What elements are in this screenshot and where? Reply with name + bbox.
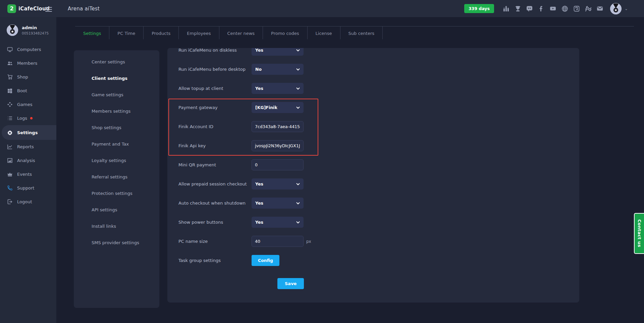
sidebar-item-reports[interactable]: Reports: [0, 140, 56, 154]
phone-icon: [7, 185, 13, 191]
avatar-chevron-down-icon[interactable]: ⌄: [625, 6, 628, 11]
logo-glyph: 2: [10, 5, 13, 12]
line-chart-icon: [7, 144, 13, 150]
mail-icon[interactable]: [596, 5, 604, 12]
submenu-referral-settings[interactable]: Referral settings: [74, 169, 159, 185]
mini-qr-payment-input[interactable]: [252, 159, 304, 170]
form-row-task-group-settings: Task group settings Config: [178, 251, 579, 270]
layers-icon[interactable]: [585, 5, 592, 12]
field-label: Run iCafeMenu on diskless: [178, 48, 252, 53]
chevron-down-icon: [296, 221, 300, 224]
submenu-shop-settings[interactable]: Shop settings: [74, 119, 159, 136]
monitor-icon: [7, 47, 13, 52]
field-label: Allow topup at client: [178, 86, 252, 91]
sidebar-item-logout[interactable]: Logout: [0, 195, 56, 209]
submenu-payment-and-tax[interactable]: Payment and Tax: [74, 136, 159, 152]
form-row-run-icafemenu-on-diskless: Run iCafeMenu on diskless Yes: [178, 48, 579, 60]
chevron-down-icon: [296, 68, 300, 71]
leaderboard-icon[interactable]: [502, 5, 510, 12]
sidebar-item-support[interactable]: Support: [0, 181, 56, 195]
chevron-down-icon: [296, 106, 300, 109]
contact-us-button[interactable]: Contact us: [634, 213, 644, 254]
sidebar-item-label: Logs: [17, 116, 27, 121]
icafecloud-icon[interactable]: [573, 5, 580, 12]
logs-icon: [7, 115, 13, 121]
sidebar-item-events[interactable]: Events: [0, 167, 56, 181]
pc-name-size-input[interactable]: [252, 236, 304, 247]
profile: admin 005193482475: [0, 17, 56, 36]
sidebar-item-label: Shop: [17, 74, 28, 79]
globe-icon[interactable]: [561, 5, 569, 12]
form-row-payment-gateway: Payment gateway [KG]Finik: [178, 98, 579, 117]
contact-us-label: Contact us: [637, 219, 642, 247]
user-avatar[interactable]: [610, 3, 622, 14]
sidebar-item-games[interactable]: Games: [0, 98, 56, 111]
submenu-protection-settings[interactable]: Protection settings: [74, 185, 159, 202]
sidebar-item-computers[interactable]: Computers: [0, 43, 56, 56]
field-label: Allow prepaid session checkout: [178, 181, 252, 186]
tab-settings[interactable]: Settings: [75, 26, 109, 39]
submenu-members-settings[interactable]: Members settings: [74, 103, 159, 119]
submenu-game-settings[interactable]: Game settings: [74, 87, 159, 103]
sidebar-avatar[interactable]: [7, 24, 18, 36]
sidebar-item-label: Logout: [17, 199, 32, 204]
tab-employees[interactable]: Employees: [179, 26, 219, 39]
field-label: Finik Api key: [178, 143, 252, 148]
content-area: Settings PC Time Products Employees Cent…: [56, 17, 644, 323]
youtube-icon[interactable]: [549, 5, 557, 12]
run-icafemenu-on-diskless-select[interactable]: Yes: [252, 48, 304, 56]
discord-icon[interactable]: [526, 5, 533, 12]
allow-topup-at-client-select[interactable]: Yes: [252, 83, 304, 94]
submenu-center-settings[interactable]: Center settings: [74, 54, 159, 70]
auto-checkout-when-shutdown-select[interactable]: Yes: [252, 198, 304, 209]
show-power-buttons-select[interactable]: Yes: [252, 217, 304, 228]
field-label: Show power buttons: [178, 220, 252, 225]
submenu-api-settings[interactable]: API settings: [74, 202, 159, 218]
tab-products[interactable]: Products: [144, 26, 179, 39]
allow-prepaid-session-checkout-select[interactable]: Yes: [252, 178, 304, 190]
submenu-client-settings[interactable]: Client settings: [74, 70, 159, 87]
logout-icon: [7, 199, 13, 205]
sidebar-item-label: Members: [17, 61, 37, 66]
form-row-run-icafemenu-before-desktop: Run iCafeMenu before desktop No: [178, 60, 579, 79]
field-label: Payment gateway: [178, 105, 252, 110]
trophy-icon[interactable]: [514, 5, 522, 12]
tab-promo-codes[interactable]: Promo codes: [263, 26, 308, 39]
tab-center-news[interactable]: Center news: [219, 26, 263, 39]
facebook-icon[interactable]: [538, 5, 545, 12]
submenu-loyalty-settings[interactable]: Loyalty settings: [74, 152, 159, 169]
sidebar-item-settings[interactable]: Settings: [2, 125, 56, 140]
hamburger-menu-icon[interactable]: [44, 6, 53, 12]
run-icafemenu-before-desktop-select[interactable]: No: [252, 64, 304, 75]
save-button[interactable]: Save: [277, 278, 304, 289]
field-label: Run iCafeMenu before desktop: [178, 67, 252, 72]
sidebar-item-boot[interactable]: Boot: [0, 84, 56, 98]
submenu-sms-provider-settings[interactable]: SMS provider settings: [74, 234, 159, 251]
chevron-down-icon: [296, 202, 300, 205]
sidebar-item-label: Games: [17, 102, 32, 107]
finik-account-id-input[interactable]: [252, 121, 304, 132]
save-row: Save: [178, 278, 579, 289]
tab-license[interactable]: License: [308, 26, 340, 39]
sidebar-item-members[interactable]: Members: [0, 56, 56, 70]
user-id: 005193482475: [22, 31, 49, 35]
brand-area: 2 iCafeCloud: [0, 0, 56, 17]
form-row-mini-qr-payment: Mini QR payment: [178, 155, 579, 174]
finik-api-key-input[interactable]: [252, 140, 304, 151]
subscription-days-badge[interactable]: 339 days: [464, 4, 494, 13]
page-title: Arena aiTest: [68, 6, 100, 12]
sidebar-item-label: Analysis: [17, 158, 35, 163]
tab-sub-centers[interactable]: Sub centers: [340, 26, 383, 39]
config-button[interactable]: Config: [252, 255, 279, 266]
payment-gateway-select[interactable]: [KG]Finik: [252, 102, 304, 113]
icafecloud-logo-icon: 2: [7, 4, 16, 13]
tab-pc-time[interactable]: PC Time: [109, 26, 144, 39]
topbar-right: 339 days ⌄: [464, 3, 644, 14]
tabs: Settings PC Time Products Employees Cent…: [75, 26, 383, 39]
client-settings-form: Run iCafeMenu on diskless Yes Run iCafeM…: [167, 48, 579, 289]
sidebar-item-logs[interactable]: Logs: [0, 111, 56, 125]
user-name: admin: [22, 25, 49, 30]
submenu-install-links[interactable]: Install links: [74, 218, 159, 234]
sidebar-item-analysis[interactable]: Analysis: [0, 154, 56, 167]
sidebar-item-shop[interactable]: Shop: [0, 70, 56, 84]
